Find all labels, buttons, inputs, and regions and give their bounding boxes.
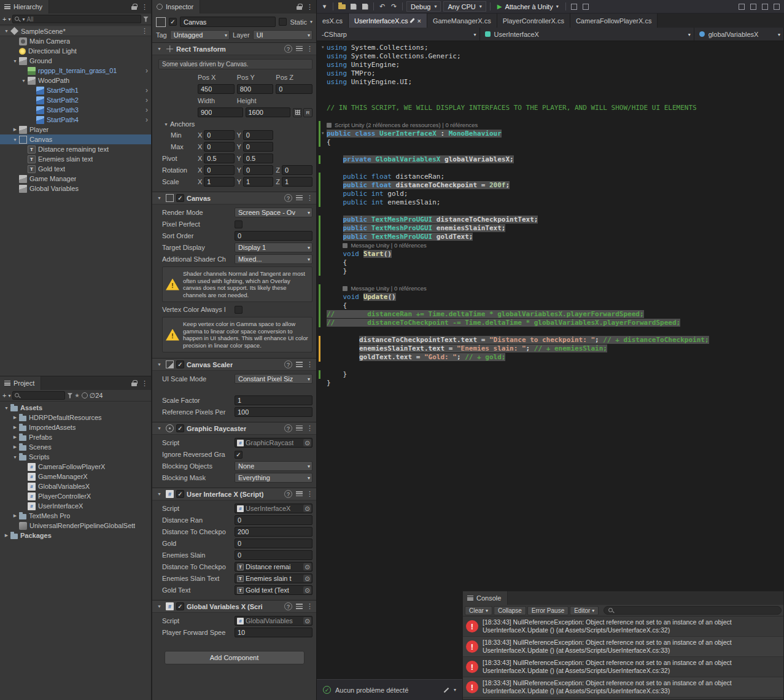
kebab-menu-icon[interactable]: ⋮	[306, 490, 313, 498]
value-field[interactable]: 200	[235, 527, 312, 537]
foldout-arrow-icon[interactable]: ▼	[155, 196, 163, 200]
help-icon[interactable]: ?	[284, 424, 292, 432]
value-field[interactable]: 0	[204, 130, 234, 140]
hierarchy-item[interactable]: rpgpp_lt_terrain_grass_01›	[0, 66, 151, 76]
highlight-icon[interactable]	[444, 687, 449, 692]
editor-tab[interactable]: PlayerControllerX.cs	[497, 14, 570, 28]
object-picker-icon[interactable]: ⊙	[303, 586, 311, 594]
hierarchy-item[interactable]: StartPath2›	[0, 95, 151, 105]
dropdown[interactable]: Constant Pixel Siz▾	[235, 374, 312, 384]
dropdown[interactable]: Screen Space - Ov▾	[235, 208, 312, 217]
info-icon[interactable]	[82, 392, 88, 399]
foldout-arrow-icon[interactable]: ▶	[11, 415, 19, 420]
project-item[interactable]: #CameraFollowPlayerX	[0, 462, 151, 472]
object-picker-icon[interactable]: ⊙	[303, 505, 311, 512]
object-field[interactable]: TEnemies slain t⊙	[235, 574, 312, 583]
component-header[interactable]: ▼✓Canvas?⋮	[152, 192, 316, 204]
value-field[interactable]: 0	[276, 84, 312, 94]
checkbox[interactable]: ✓	[235, 451, 243, 459]
console-entry[interactable]: ![18:33:43] NullReferenceException: Obje…	[463, 677, 783, 698]
favorites-icon[interactable]: ★	[74, 392, 79, 399]
prefab-open-chevron-icon[interactable]: ›	[146, 66, 148, 75]
collapse-button[interactable]: Collapse	[494, 606, 526, 615]
presets-icon[interactable]	[296, 426, 303, 431]
object-field[interactable]: TGold text (Text⊙	[235, 585, 312, 595]
hierarchy-item[interactable]: ▼SampleScene*⋮	[0, 26, 151, 36]
object-field[interactable]: #GraphicRaycast⊙	[235, 438, 312, 448]
value-field[interactable]: 0	[235, 231, 312, 241]
dropdown[interactable]: Everything▾	[235, 473, 312, 483]
open-folder-icon[interactable]	[337, 2, 346, 11]
lock-icon[interactable]	[297, 4, 302, 10]
fold-icon[interactable]: ▾	[322, 131, 324, 136]
project-item[interactable]: ▼Scripts	[0, 452, 151, 462]
project-search-input[interactable]	[22, 392, 63, 399]
console-entry[interactable]: ![18:33:43] NullReferenceException: Obje…	[463, 637, 783, 657]
tab-hierarchy[interactable]: Hierarchy	[0, 0, 49, 14]
error-pause-button[interactable]: Error Pause	[527, 606, 569, 615]
value-field[interactable]: 450	[198, 84, 235, 94]
prefab-open-chevron-icon[interactable]: ›	[146, 106, 148, 114]
value-field[interactable]: 0	[235, 539, 312, 548]
hierarchy-item[interactable]: StartPath3›	[0, 105, 151, 115]
value-field[interactable]: 800	[237, 84, 274, 94]
clear-button[interactable]: Clear▾	[465, 606, 492, 615]
properties-icon[interactable]	[760, 2, 769, 11]
redo-icon[interactable]: ↷	[389, 2, 398, 11]
foldout-arrow-icon[interactable]: ▶	[11, 127, 19, 132]
presets-icon[interactable]	[296, 195, 303, 201]
foldout-arrow-icon[interactable]: ▼	[20, 79, 28, 83]
create-button[interactable]: +	[2, 16, 6, 23]
editor-button[interactable]: Editor▾	[570, 606, 599, 615]
project-item[interactable]: UniversalRenderPipelineGlobalSett	[0, 521, 151, 531]
project-search[interactable]	[12, 391, 65, 400]
tag-dropdown[interactable]: Untagged ▾	[170, 30, 230, 40]
code-editor[interactable]: ▾using System.Collections;using System.C…	[317, 41, 784, 387]
foldout-arrow-icon[interactable]: ▼	[155, 362, 163, 367]
console-entry[interactable]: ![18:33:43] NullReferenceException: Obje…	[463, 657, 783, 677]
foldout-arrow-icon[interactable]: ▼	[11, 455, 19, 459]
undo-icon[interactable]: ↶	[378, 2, 387, 11]
foldout-arrow-icon[interactable]: ▼	[155, 47, 163, 51]
value-field[interactable]: 1	[243, 177, 273, 187]
value-field[interactable]: 10	[235, 628, 312, 637]
editor-tab[interactable]: GameManagerX.cs	[427, 14, 497, 28]
nav-dropdown-icon[interactable]: ▾	[320, 2, 329, 11]
close-icon[interactable]: ×	[417, 17, 421, 25]
component-header[interactable]: ▼Rect Transform?⋮	[152, 43, 316, 55]
object-picker-icon[interactable]: ⊙	[303, 439, 311, 446]
hierarchy-item[interactable]: ▼Ground	[0, 56, 151, 66]
help-icon[interactable]: ?	[284, 45, 292, 53]
project-item[interactable]: ▼Assets	[0, 403, 151, 413]
tab-project[interactable]: Project	[0, 376, 41, 390]
step-icons[interactable]	[581, 2, 591, 11]
checkbox[interactable]	[235, 220, 243, 228]
pin-icon[interactable]	[410, 18, 415, 23]
hierarchy-item[interactable]: StartPath1›	[0, 85, 151, 95]
breadcrumb-segment[interactable]: globalVariablesX▾	[694, 28, 784, 41]
object-picker-icon[interactable]: ⊙	[303, 563, 311, 570]
static-caret-icon[interactable]: ▾	[310, 19, 312, 25]
gameobject-name-field[interactable]: Canvas	[180, 17, 276, 27]
kebab-menu-icon[interactable]: ⋮	[306, 45, 313, 53]
foldout-arrow-icon[interactable]: ▼	[155, 426, 163, 430]
value-field[interactable]: 1	[235, 395, 312, 405]
kebab-menu-icon[interactable]: ⋮	[306, 194, 313, 202]
foldout-arrow-icon[interactable]: ▼	[155, 604, 163, 609]
gameobject-active-checkbox[interactable]: ✓	[169, 18, 177, 26]
platform-dropdown[interactable]: Any CPU ▾	[443, 1, 486, 12]
debug-configuration-dropdown[interactable]: Debug ▾	[406, 1, 441, 12]
raw-edit-mode-button[interactable]: R	[303, 108, 312, 117]
hierarchy-item[interactable]: TEnemies slain text	[0, 154, 151, 164]
project-item[interactable]: #PlayerControllerX	[0, 491, 151, 501]
hierarchy-item[interactable]: Directional Light	[0, 46, 151, 56]
object-picker-icon[interactable]: ⊙	[303, 617, 311, 624]
search-scope-caret-icon[interactable]: ▾	[22, 17, 25, 22]
kebab-menu-icon[interactable]: ⋮	[141, 379, 148, 387]
console-search-input[interactable]	[616, 607, 777, 614]
hierarchy-search[interactable]: ▾	[12, 15, 141, 23]
project-item[interactable]: ▶Scenes	[0, 442, 151, 452]
search-by-type-icon[interactable]	[67, 393, 72, 399]
value-field[interactable]: 0	[204, 142, 234, 152]
prefab-open-chevron-icon[interactable]: ›	[146, 115, 148, 124]
